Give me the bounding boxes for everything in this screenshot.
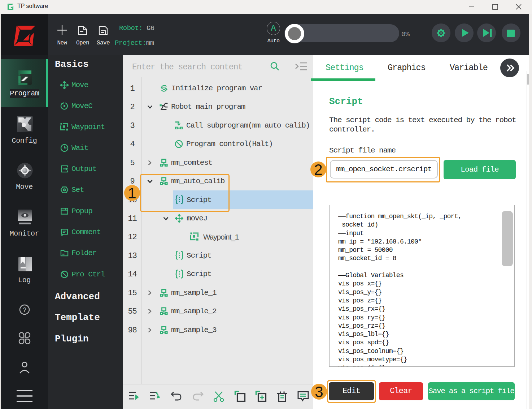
svg-text:?: ? [23,306,26,313]
